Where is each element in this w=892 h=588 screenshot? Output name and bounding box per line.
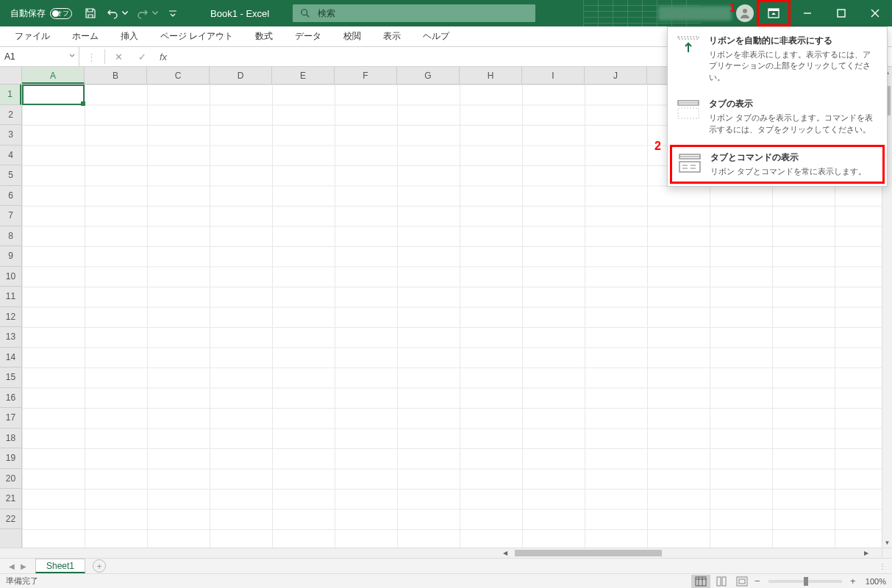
select-all-corner[interactable] [0,67,22,85]
maximize-button[interactable] [824,0,858,26]
row-header[interactable]: 18 [0,429,21,449]
column-header[interactable]: F [335,67,397,84]
row-header[interactable]: 19 [0,448,21,469]
view-normal-icon[interactable] [691,575,710,588]
sheet-nav-arrows[interactable]: ◀ ▶ [0,562,35,570]
confirm-formula-icon[interactable]: ✓ [130,51,154,62]
row-header[interactable]: 20 [0,469,21,490]
row-header[interactable]: 5 [0,165,21,186]
row-header[interactable]: 12 [0,307,21,328]
minimize-button[interactable] [791,0,824,26]
column-header[interactable]: H [460,67,522,84]
ribbon-display-options-menu: リボンを自動的に非表示にする リボンを非表示にします。表示するには、アプリケーシ… [667,26,888,187]
svg-rect-14 [679,162,700,172]
undo-dropdown-icon[interactable] [121,4,129,22]
tab-file[interactable]: ファイル [4,26,60,46]
qat-customize-icon[interactable] [164,4,182,22]
column-header[interactable]: I [522,67,585,84]
hscroll-track[interactable]: ◀ ▶ [500,548,871,558]
column-header[interactable]: J [585,67,647,84]
autosave-label: 自動保存 [10,7,46,20]
sheet-next-icon[interactable]: ▶ [21,562,26,570]
cancel-formula-icon[interactable]: ✕ [107,51,130,62]
tab-view[interactable]: 表示 [373,26,411,46]
row-header[interactable]: 22 [0,509,21,530]
row-header[interactable]: 15 [0,368,21,388]
zoom-slider[interactable] [768,580,842,583]
name-box[interactable]: A1 [0,47,79,66]
new-sheet-button[interactable]: ＋ [93,559,106,573]
view-page-layout-icon[interactable] [712,575,731,588]
show-tabs-commands-icon [678,151,702,175]
column-header[interactable]: B [85,67,147,84]
dots-icon[interactable]: ⋮ [79,51,103,62]
account-avatar-icon[interactable] [736,4,754,22]
tab-review[interactable]: 校閲 [333,26,371,46]
ribbon-display-options-button[interactable] [757,0,791,26]
column-header[interactable]: D [210,67,272,84]
autosave-switch[interactable]: オフ [50,8,72,19]
horizontal-scrollbar: ◀ ▶ [0,548,882,558]
scroll-down-icon[interactable]: ▼ [882,537,892,548]
tab-home[interactable]: ホーム [62,26,109,46]
menu-auto-hide-ribbon[interactable]: リボンを自動的に非表示にする リボンを非表示にします。表示するには、アプリケーシ… [668,27,887,90]
active-cell-cursor [22,85,85,105]
row-header[interactable]: 13 [0,327,21,348]
row-header[interactable]: 16 [0,388,21,409]
row-header[interactable]: 4 [0,146,21,166]
undo-icon[interactable] [104,4,121,22]
row-header[interactable]: 6 [0,186,21,207]
sheet-prev-icon[interactable]: ◀ [9,562,15,570]
row-header[interactable]: 21 [0,489,21,509]
namebox-dropdown-icon[interactable] [68,51,76,62]
svg-rect-3 [768,9,779,11]
tab-data[interactable]: データ [285,26,332,46]
row-header[interactable]: 9 [0,246,21,267]
search-box[interactable]: 検索 [293,4,535,22]
zoom-in-button[interactable]: + [848,576,858,587]
row-header[interactable]: 11 [0,287,21,307]
menu-show-tabs[interactable]: タブの表示 リボン タブのみを表示します。コマンドを表示するには、タブをクリック… [668,90,887,143]
row-header[interactable]: 17 [0,408,21,429]
row-header[interactable]: 7 [0,206,21,226]
zoom-out-button[interactable]: − [752,576,763,587]
fx-icon[interactable]: fx [154,51,173,62]
column-header[interactable]: E [272,67,335,84]
scroll-right-icon[interactable]: ▶ [861,548,871,558]
view-page-break-icon[interactable] [732,575,752,588]
column-header[interactable]: C [147,67,210,84]
menu-show-tabs-commands[interactable]: タブとコマンドの表示 リボン タブとコマンドを常に表示します。 [669,144,885,184]
autosave-toggle[interactable]: 自動保存 オフ [0,7,79,20]
zoom-level[interactable]: 100% [866,577,886,586]
scroll-left-icon[interactable]: ◀ [500,548,510,558]
svg-rect-8 [737,577,747,586]
hscroll-thumb[interactable] [515,550,662,556]
svg-rect-7 [722,577,726,586]
tab-insert[interactable]: 挿入 [110,26,149,46]
row-header[interactable]: 8 [0,226,21,247]
row-header[interactable]: 3 [0,125,21,146]
redo-dropdown-icon[interactable] [151,4,160,22]
row-header[interactable]: 1 [0,85,21,105]
search-placeholder: 検索 [318,7,335,20]
row-header[interactable]: 2 [0,105,21,126]
tab-splitter-icon[interactable]: ⋮ [879,562,888,570]
tab-page-layout[interactable]: ページ レイアウト [150,26,243,46]
svg-rect-6 [717,577,721,586]
account-name[interactable] [658,6,732,21]
document-title: Book1 - Excel [210,8,269,19]
title-bar: 自動保存 オフ Book1 - Excel 検索 [0,0,892,26]
tab-formulas[interactable]: 数式 [245,26,283,46]
menu-item-title: タブとコマンドの表示 [710,151,866,164]
sheet-tab-active[interactable]: Sheet1 [35,559,85,573]
column-header[interactable]: A [22,67,85,84]
svg-rect-12 [678,108,699,118]
save-icon[interactable] [82,4,99,22]
svg-point-1 [743,9,747,13]
column-header[interactable]: G [397,67,460,84]
close-button[interactable] [858,0,892,26]
row-header[interactable]: 10 [0,267,21,287]
tab-help[interactable]: ヘルプ [413,26,460,46]
row-header[interactable]: 14 [0,348,21,368]
redo-icon[interactable] [134,4,151,22]
